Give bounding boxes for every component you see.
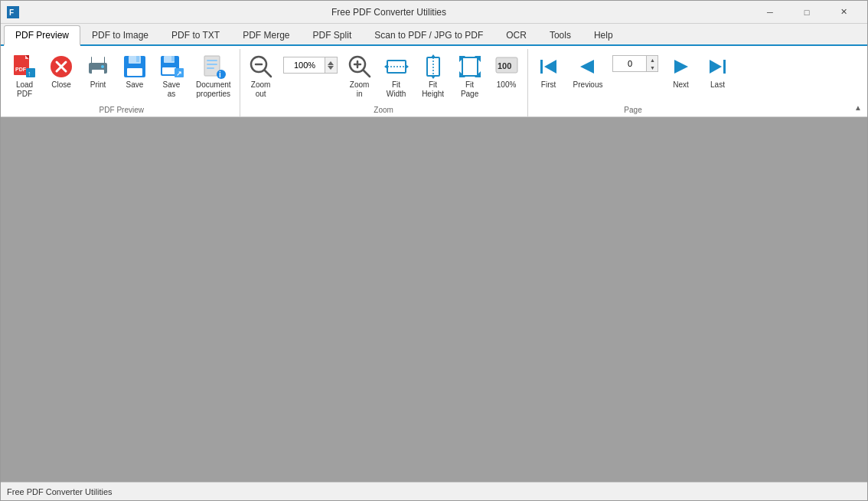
- svg-text:↗: ↗: [176, 70, 182, 77]
- save-as-icon: ↗: [159, 54, 184, 79]
- zoom-in-button[interactable]: Zoomin: [342, 51, 377, 103]
- ribbon: PDF ↑ LoadPDF Close: [1, 46, 867, 117]
- next-icon: [668, 54, 693, 79]
- fit-width-label: FitWidth: [387, 80, 406, 99]
- fit-width-button[interactable]: FitWidth: [379, 51, 414, 103]
- zoom-input-wrap: [283, 57, 338, 74]
- zoom-out-icon: [249, 54, 273, 79]
- document-properties-icon: i: [201, 54, 226, 79]
- first-label: First: [541, 80, 556, 90]
- document-properties-label: Documentproperties: [196, 80, 231, 99]
- close-window-button[interactable]: ✕: [826, 2, 861, 23]
- svg-marker-42: [406, 64, 409, 69]
- svg-marker-59: [710, 60, 722, 74]
- zoom-in-label: Zoomin: [350, 80, 370, 99]
- zoom-in-icon: [348, 54, 372, 79]
- svg-rect-54: [540, 60, 543, 74]
- app-icon: F: [7, 6, 19, 18]
- fit-width-icon: [384, 54, 409, 79]
- save-button[interactable]: Save: [117, 51, 152, 93]
- last-icon: [705, 54, 729, 79]
- svg-text:100: 100: [498, 61, 511, 70]
- svg-marker-56: [580, 60, 594, 74]
- ribbon-group-page: First Previous ▲ ▼: [528, 49, 739, 116]
- tab-pdf-split[interactable]: PDF Split: [302, 25, 364, 44]
- tab-pdf-preview[interactable]: PDF Preview: [4, 25, 80, 46]
- page-group-items: First Previous ▲ ▼: [531, 49, 736, 104]
- document-properties-button[interactable]: i Documentproperties: [191, 51, 237, 103]
- zoom-group-items: Zoomout: [243, 49, 524, 104]
- next-button[interactable]: Next: [663, 51, 698, 93]
- last-button[interactable]: Last: [700, 51, 735, 93]
- ribbon-group-pdf-preview: PDF ↑ LoadPDF Close: [4, 49, 240, 116]
- zoom-arrow-up: [328, 61, 334, 65]
- zoom-out-label: Zoomout: [251, 80, 271, 99]
- fit-height-label: FitHeight: [422, 80, 444, 99]
- maximize-button[interactable]: □: [789, 2, 824, 23]
- pdf-preview-group-label: PDF Preview: [7, 104, 237, 116]
- svg-rect-58: [723, 60, 726, 74]
- svg-text:i: i: [219, 70, 221, 79]
- menu-tabs: PDF Preview PDF to Image PDF to TXT PDF …: [1, 24, 867, 46]
- svg-marker-57: [674, 60, 688, 74]
- next-label: Next: [673, 80, 689, 90]
- svg-point-15: [101, 65, 104, 68]
- window-controls: ─ □ ✕: [752, 2, 861, 23]
- close-label: Close: [51, 80, 71, 90]
- page-down-arrow[interactable]: ▼: [647, 64, 658, 71]
- zoom-group-label: Zoom: [243, 104, 524, 116]
- load-pdf-label: LoadPDF: [16, 80, 33, 99]
- previous-label: Previous: [573, 80, 603, 90]
- previous-icon: [576, 54, 600, 79]
- save-icon: [122, 54, 147, 79]
- zoom-control: [280, 51, 341, 77]
- close-button[interactable]: Close: [44, 51, 79, 93]
- page-number-input[interactable]: [612, 55, 647, 72]
- fit-page-button[interactable]: FitPage: [452, 51, 488, 103]
- zoom-100-button[interactable]: 100 100%: [489, 51, 524, 93]
- page-group-label: Page: [531, 104, 736, 116]
- svg-rect-47: [462, 57, 478, 76]
- tab-tools[interactable]: Tools: [538, 25, 582, 44]
- zoom-out-button[interactable]: Zoomout: [243, 51, 279, 103]
- svg-rect-22: [171, 56, 175, 61]
- status-bar: Free PDF Converter Utilities: [1, 482, 867, 500]
- fit-page-label: FitPage: [461, 80, 478, 99]
- window-title: Free PDF Converter Utilities: [25, 7, 752, 18]
- zoom-dropdown-arrow[interactable]: [325, 57, 338, 74]
- svg-rect-18: [136, 56, 139, 62]
- last-label: Last: [710, 80, 725, 90]
- page-up-arrow[interactable]: ▲: [647, 56, 658, 64]
- tab-help[interactable]: Help: [582, 25, 625, 44]
- save-as-button[interactable]: ↗ Saveas: [154, 51, 189, 103]
- svg-text:F: F: [9, 8, 14, 17]
- save-as-label: Saveas: [163, 80, 181, 99]
- svg-marker-55: [544, 60, 556, 74]
- load-pdf-icon: PDF ↑: [12, 54, 37, 79]
- close-icon: [49, 54, 73, 79]
- zoom-input[interactable]: [283, 57, 325, 74]
- svg-rect-23: [162, 67, 176, 74]
- svg-rect-19: [127, 68, 142, 76]
- print-button[interactable]: Print: [80, 51, 116, 93]
- fit-page-icon: [458, 54, 482, 79]
- tab-pdf-to-txt[interactable]: PDF to TXT: [160, 25, 231, 44]
- print-icon: [86, 54, 110, 79]
- load-pdf-button[interactable]: PDF ↑ LoadPDF: [7, 51, 42, 103]
- tab-ocr[interactable]: OCR: [494, 25, 538, 44]
- save-label: Save: [126, 80, 144, 90]
- minimize-button[interactable]: ─: [752, 2, 788, 23]
- svg-rect-14: [92, 57, 104, 63]
- tab-pdf-merge[interactable]: PDF Merge: [231, 25, 301, 44]
- tab-scan-to-pdf[interactable]: Scan to PDF / JPG to PDF: [363, 25, 494, 44]
- previous-button[interactable]: Previous: [568, 51, 609, 93]
- first-button[interactable]: First: [531, 51, 566, 93]
- tab-pdf-to-image[interactable]: PDF to Image: [80, 25, 160, 44]
- content-area: [1, 117, 867, 482]
- zoom-100-label: 100%: [497, 80, 517, 90]
- svg-rect-13: [92, 70, 104, 77]
- svg-text:PDF: PDF: [15, 67, 27, 72]
- fit-height-button[interactable]: FitHeight: [416, 51, 451, 103]
- zoom-100-icon: 100: [494, 54, 519, 79]
- ribbon-collapse-button[interactable]: ▲: [852, 101, 864, 113]
